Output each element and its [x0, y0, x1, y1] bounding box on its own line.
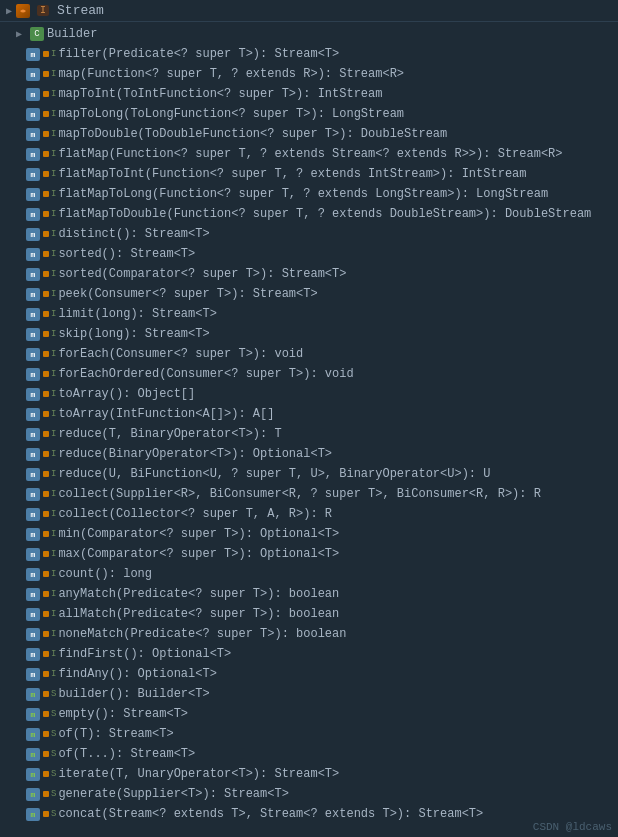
method-row-concat[interactable]: mSconcat(Stream<? extends T>, Stream<? e… [0, 804, 618, 824]
method-row-collect2[interactable]: mIcollect(Collector<? super T, A, R>): R [0, 504, 618, 524]
method-row-sorted2[interactable]: mIsorted(Comparator<? super T>): Stream<… [0, 264, 618, 284]
method-row-findFirst[interactable]: mIfindFirst(): Optional<T> [0, 644, 618, 664]
bottom-label: CSDN @ldcaws [533, 821, 612, 833]
lock-badge [43, 411, 49, 417]
method-icon: m [26, 228, 40, 241]
method-icon: m [26, 508, 40, 521]
method-row-count[interactable]: mIcount(): long [0, 564, 618, 584]
access-badge: I [51, 309, 56, 319]
method-row-noneMatch[interactable]: mInoneMatch(Predicate<? super T>): boole… [0, 624, 618, 644]
method-row-findAny[interactable]: mIfindAny(): Optional<T> [0, 664, 618, 684]
method-row-mapToLong[interactable]: mImapToLong(ToLongFunction<? super T>): … [0, 104, 618, 124]
access-badge: I [51, 49, 56, 59]
method-icon: m [26, 48, 40, 61]
method-signature: of(T): Stream<T> [58, 727, 173, 741]
method-row-limit[interactable]: mIlimit(long): Stream<T> [0, 304, 618, 324]
access-badge: I [51, 249, 56, 259]
method-row-sorted[interactable]: mIsorted(): Stream<T> [0, 244, 618, 264]
method-signature: forEach(Consumer<? super T>): void [58, 347, 303, 361]
method-signature: flatMapToLong(Function<? super T, ? exte… [58, 187, 548, 201]
method-row-min[interactable]: mImin(Comparator<? super T>): Optional<T… [0, 524, 618, 544]
method-row-forEachOrdered[interactable]: mIforEachOrdered(Consumer<? super T>): v… [0, 364, 618, 384]
lock-badge [43, 131, 49, 137]
access-badge: I [51, 529, 56, 539]
method-icon: m [26, 288, 40, 301]
method-row-builder[interactable]: mSbuilder(): Builder<T> [0, 684, 618, 704]
lock-badge [43, 571, 49, 577]
lock-badge [43, 311, 49, 317]
method-row-mapToDouble[interactable]: mImapToDouble(ToDoubleFunction<? super T… [0, 124, 618, 144]
method-row-of1[interactable]: mSof(T): Stream<T> [0, 724, 618, 744]
expand-arrow-icon[interactable]: ▶ [6, 5, 12, 17]
builder-expand-arrow[interactable]: ▶ [16, 28, 28, 40]
method-signature: sorted(): Stream<T> [58, 247, 195, 261]
method-icon: m [26, 68, 40, 81]
method-row-anyMatch[interactable]: mIanyMatch(Predicate<? super T>): boolea… [0, 584, 618, 604]
lock-badge [43, 231, 49, 237]
method-icon: m [26, 448, 40, 461]
access-badge: I [51, 449, 56, 459]
method-signature: forEachOrdered(Consumer<? super T>): voi… [58, 367, 353, 381]
method-row-mapToInt[interactable]: mImapToInt(ToIntFunction<? super T>): In… [0, 84, 618, 104]
method-row-peek[interactable]: mIpeek(Consumer<? super T>): Stream<T> [0, 284, 618, 304]
method-signature: collect(Collector<? super T, A, R>): R [58, 507, 332, 521]
access-badge: I [51, 129, 56, 139]
method-signature: collect(Supplier<R>, BiConsumer<R, ? sup… [58, 487, 540, 501]
method-icon: m [26, 748, 40, 761]
access-badge: I [51, 349, 56, 359]
method-row-allMatch[interactable]: mIallMatch(Predicate<? super T>): boolea… [0, 604, 618, 624]
method-icon: m [26, 268, 40, 281]
method-row-forEach[interactable]: mIforEach(Consumer<? super T>): void [0, 344, 618, 364]
lock-badge [43, 171, 49, 177]
method-row-distinct[interactable]: mIdistinct(): Stream<T> [0, 224, 618, 244]
method-signature: toArray(): Object[] [58, 387, 195, 401]
access-badge: I [51, 649, 56, 659]
method-signature: limit(long): Stream<T> [58, 307, 216, 321]
access-badge: S [51, 789, 56, 799]
method-signature: flatMapToDouble(Function<? super T, ? ex… [58, 207, 591, 221]
method-row-reduce2[interactable]: mIreduce(BinaryOperator<T>): Optional<T> [0, 444, 618, 464]
method-row-map[interactable]: mImap(Function<? super T, ? extends R>):… [0, 64, 618, 84]
method-row-of2[interactable]: mSof(T...): Stream<T> [0, 744, 618, 764]
access-badge: I [51, 609, 56, 619]
builder-row[interactable]: ▶ C Builder [0, 24, 618, 44]
method-row-toArrayA[interactable]: mItoArray(IntFunction<A[]>): A[] [0, 404, 618, 424]
access-badge: S [51, 769, 56, 779]
method-icon: m [26, 728, 40, 741]
lock-badge [43, 211, 49, 217]
stream-badge: I [37, 5, 49, 16]
method-row-collect1[interactable]: mIcollect(Supplier<R>, BiConsumer<R, ? s… [0, 484, 618, 504]
access-badge: I [51, 549, 56, 559]
method-signature: mapToLong(ToLongFunction<? super T>): Lo… [58, 107, 404, 121]
method-row-skip[interactable]: mIskip(long): Stream<T> [0, 324, 618, 344]
method-row-flatMapToInt[interactable]: mIflatMapToInt(Function<? super T, ? ext… [0, 164, 618, 184]
method-row-generate[interactable]: mSgenerate(Supplier<T>): Stream<T> [0, 784, 618, 804]
lock-badge [43, 391, 49, 397]
method-icon: m [26, 188, 40, 201]
lock-badge [43, 351, 49, 357]
method-icon: m [26, 368, 40, 381]
method-row-flatMapToLong[interactable]: mIflatMapToLong(Function<? super T, ? ex… [0, 184, 618, 204]
method-row-toArray[interactable]: mItoArray(): Object[] [0, 384, 618, 404]
access-badge: I [51, 229, 56, 239]
method-row-iterate[interactable]: mSiterate(T, UnaryOperator<T>): Stream<T… [0, 764, 618, 784]
method-icon: m [26, 588, 40, 601]
method-icon: m [26, 488, 40, 501]
lock-badge [43, 771, 49, 777]
method-icon: m [26, 88, 40, 101]
method-row-empty[interactable]: mSempty(): Stream<T> [0, 704, 618, 724]
lock-badge [43, 431, 49, 437]
method-row-flatMapToDouble[interactable]: mIflatMapToDouble(Function<? super T, ? … [0, 204, 618, 224]
method-signature: of(T...): Stream<T> [58, 747, 195, 761]
method-row-max[interactable]: mImax(Comparator<? super T>): Optional<T… [0, 544, 618, 564]
method-row-flatMap[interactable]: mIflatMap(Function<? super T, ? extends … [0, 144, 618, 164]
method-row-reduce1[interactable]: mIreduce(T, BinaryOperator<T>): T [0, 424, 618, 444]
method-icon: m [26, 688, 40, 701]
lock-badge [43, 471, 49, 477]
lock-badge [43, 631, 49, 637]
lock-badge [43, 591, 49, 597]
method-row-filter[interactable]: mIfilter(Predicate<? super T>): Stream<T… [0, 44, 618, 64]
method-row-reduce3[interactable]: mIreduce(U, BiFunction<U, ? super T, U>,… [0, 464, 618, 484]
method-icon: m [26, 408, 40, 421]
title-text: Stream [57, 3, 104, 18]
